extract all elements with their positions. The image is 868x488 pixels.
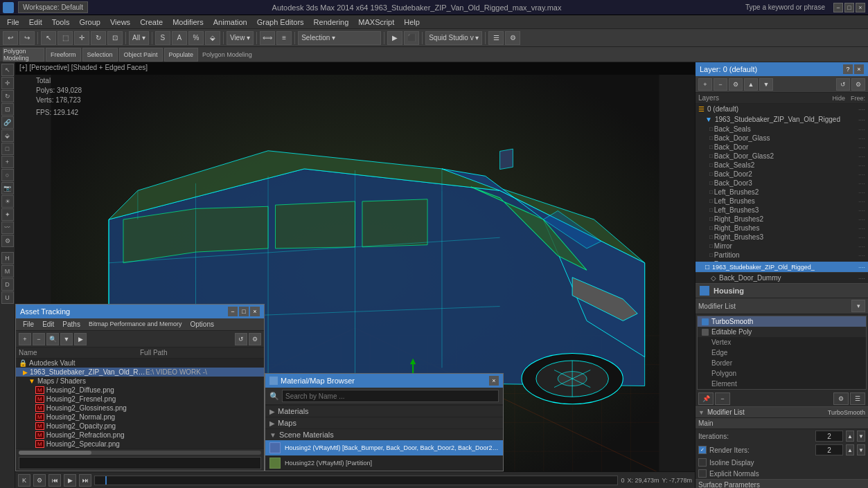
play-anim[interactable]: ▶ (64, 474, 76, 487)
asset-scrollbar[interactable] (19, 451, 261, 455)
menu-create[interactable]: Create (136, 17, 167, 28)
space-warps[interactable]: 〰 (1, 222, 14, 234)
helpers-tool[interactable]: ✦ (1, 208, 14, 221)
select-button[interactable]: ↖ (41, 31, 56, 45)
menu-file[interactable]: File (3, 17, 24, 28)
minimize-button[interactable]: − (833, 3, 843, 12)
angle-snap[interactable]: A (172, 31, 187, 45)
layer-options[interactable]: ⚙ (851, 78, 865, 91)
asset-row-diffuse[interactable]: M Housing2_Diffuse.png (16, 386, 264, 395)
create-tool[interactable]: + (1, 156, 14, 168)
selected-layer-row[interactable]: □ 1963_Studebaker_ZIP_Old_Rigged_ ···· (696, 262, 868, 272)
stop-button[interactable]: ⬛ (404, 31, 419, 45)
layer-item-10[interactable]: □Right_Brushes2···· (696, 215, 868, 224)
layer-help[interactable]: ? (843, 64, 853, 74)
render-iters-value[interactable]: 2 (815, 444, 843, 455)
menu-edit[interactable]: Edit (25, 17, 46, 28)
asset-row-fresnel[interactable]: M Housing2_Fresnel.png (16, 395, 264, 404)
layer-item-11[interactable]: □Right_Brushes···· (696, 224, 868, 233)
asset-add-btn[interactable]: + (19, 333, 31, 345)
move-button[interactable]: ✛ (74, 31, 89, 45)
layer-manager[interactable]: ☰ (488, 31, 504, 45)
link-tool[interactable]: 🔗 (1, 116, 14, 129)
menu-views[interactable]: Views (106, 17, 134, 28)
layer-move-down[interactable]: ▼ (759, 78, 773, 91)
light-tool[interactable]: ☀ (1, 195, 14, 208)
asset-path-input[interactable] (19, 457, 261, 469)
layer-item-9[interactable]: □Left_Brushes3···· (696, 206, 868, 215)
asset-refresh-btn[interactable]: ↺ (235, 333, 247, 345)
layer-item-2[interactable]: □Back_Door···· (696, 143, 868, 152)
mod-pin[interactable]: 📌 (698, 392, 714, 405)
hierarchy-btn[interactable]: H (1, 252, 14, 264)
select-tool[interactable]: ↖ (1, 64, 14, 76)
mat-section-materials[interactable]: ▶ Materials (265, 405, 503, 417)
maximize-button[interactable]: □ (844, 3, 854, 12)
layer-move-up[interactable]: ▲ (744, 78, 758, 91)
layer-item-6[interactable]: □Back_Door3···· (696, 179, 868, 188)
layer-item-7[interactable]: □Left_Brushes2···· (696, 188, 868, 197)
asset-menu-options[interactable]: Options (186, 318, 218, 330)
align-button[interactable]: ≡ (276, 31, 292, 45)
asset-close[interactable]: × (250, 307, 260, 316)
systems-tool[interactable]: ⚙ (1, 235, 14, 247)
next-frame[interactable]: ⏭ (79, 474, 91, 487)
selection-dropdown[interactable]: Selection ▾ (298, 31, 381, 45)
bottom-layer-row[interactable]: ◇ Back_Door_Dummy ···· (696, 272, 868, 283)
layer-item-studebaker[interactable]: ▼ 1963_Studebaker_ZIP_Van_Old_Rigged ···… (696, 114, 868, 125)
asset-collapse-btn[interactable]: ▶ (74, 333, 87, 345)
layer-item-4[interactable]: □Back_Seals2···· (696, 161, 868, 170)
asset-remove-btn[interactable]: − (33, 333, 45, 345)
snap-toggle[interactable]: S (155, 31, 170, 45)
layer-item-1[interactable]: □Back_Door_Glass···· (696, 134, 868, 143)
asset-menu-edit[interactable]: Edit (38, 318, 58, 330)
layer-item-13[interactable]: □Mirror···· (696, 242, 868, 251)
key-mode[interactable]: K (18, 474, 30, 487)
prev-frame[interactable]: ⏮ (48, 474, 61, 487)
layer-item-3[interactable]: □Back_Door_Glass2···· (696, 152, 868, 161)
render-iters-down[interactable]: ▼ (857, 444, 865, 455)
render-iters-up[interactable]: ▲ (846, 444, 854, 455)
asset-row-specular[interactable]: M Housing2_Specular.png (16, 440, 264, 449)
squid-studio-dropdown[interactable]: Squid Studio v ▾ (425, 31, 482, 45)
menu-tools[interactable]: Tools (48, 17, 74, 28)
redo-button[interactable]: ↪ (19, 31, 35, 45)
camera-tool[interactable]: 📷 (1, 182, 14, 195)
mod-instances[interactable]: ☰ (850, 392, 865, 405)
play-button[interactable]: ▶ (387, 31, 402, 45)
populate-tab[interactable]: Populate (164, 48, 199, 62)
menu-animation[interactable]: Animation (209, 17, 251, 28)
utilities-btn[interactable]: U (1, 291, 14, 304)
shapes-tool[interactable]: ○ (1, 169, 14, 181)
edge-mode[interactable]: Polygon Modeling (3, 48, 44, 62)
search-box[interactable]: Type a keyword or phrase (745, 3, 825, 11)
mod-editable-poly[interactable]: Editable Poly (698, 327, 866, 337)
move-tool[interactable]: ✛ (1, 77, 14, 89)
scale-tool[interactable]: ⊡ (1, 103, 14, 116)
layer-delete[interactable]: − (714, 78, 727, 91)
mod-turbosmoothmod[interactable]: TurboSmooth (698, 316, 866, 327)
asset-find-btn[interactable]: 🔍 (46, 333, 59, 345)
motion-btn[interactable]: M (1, 265, 14, 278)
filter-dropdown[interactable]: All ▾ (129, 31, 149, 45)
layer-item-default[interactable]: ☰ 0 (default) ···· (696, 104, 868, 114)
asset-maximize[interactable]: □ (239, 307, 249, 316)
mod-list-expand[interactable]: ▾ (851, 300, 865, 312)
asset-menu-file[interactable]: File (19, 318, 38, 330)
layer-close[interactable]: × (854, 64, 864, 74)
mat-browser-close[interactable]: × (489, 376, 499, 386)
mod-element[interactable]: Element (698, 379, 866, 389)
mod-border[interactable]: Border (698, 358, 866, 368)
asset-scroll-area[interactable] (16, 449, 264, 455)
menu-group[interactable]: Group (75, 17, 105, 28)
workspace-selector[interactable]: Workspace: Default (18, 1, 88, 13)
bind-tool[interactable]: ⬙ (1, 129, 14, 142)
view-dropdown[interactable]: View ▾ (227, 31, 254, 45)
asset-settings-btn[interactable]: ⚙ (249, 333, 261, 345)
asset-row-normal[interactable]: M Housing2_Normal.png (16, 413, 264, 422)
timeline[interactable] (94, 476, 618, 485)
mat-section-maps[interactable]: ▶ Maps (265, 417, 503, 428)
iterations-up[interactable]: ▲ (846, 431, 854, 442)
iterations-down[interactable]: ▼ (857, 431, 865, 442)
asset-row-refraction[interactable]: M Housing2_Refraction.png (16, 431, 264, 440)
